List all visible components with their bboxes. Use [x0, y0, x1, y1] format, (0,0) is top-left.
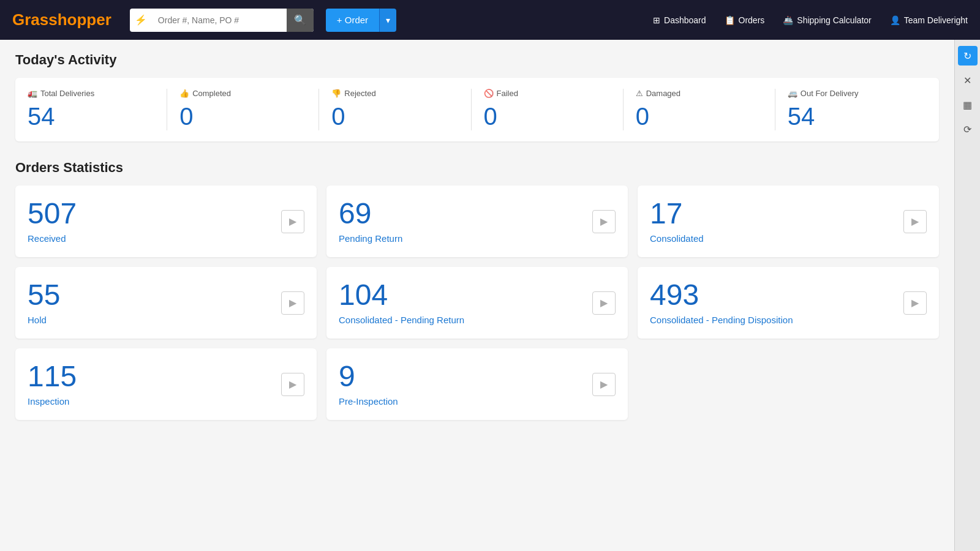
stat-number: 9: [339, 362, 398, 391]
damaged-icon: ⚠: [636, 89, 643, 98]
stat-label: Consolidated - Pending Return: [339, 315, 464, 325]
team-icon: 👤: [890, 15, 900, 25]
activity-section-title: Today's Activity: [15, 52, 939, 68]
stat-info: 115 Inspection: [28, 362, 77, 407]
stat-arrow-icon[interactable]: ▶: [903, 210, 927, 233]
stat-card-consolidated[interactable]: 17 Consolidated ▶: [638, 186, 939, 257]
stat-arrow-icon[interactable]: ▶: [592, 373, 616, 396]
rejected-icon: 👎: [331, 89, 341, 98]
stat-arrow-icon[interactable]: ▶: [592, 210, 616, 233]
order-button-group: + Order ▾: [326, 9, 396, 32]
stat-info: 507 Received: [28, 199, 77, 244]
activity-completed: 👍 Completed 0: [167, 89, 319, 130]
add-order-button[interactable]: + Order: [326, 9, 379, 32]
nav-orders[interactable]: 📋 Orders: [725, 15, 765, 25]
activity-damaged: ⚠ Damaged 0: [624, 89, 775, 130]
stat-arrow-icon[interactable]: ▶: [281, 291, 304, 315]
stat-arrow-icon[interactable]: ▶: [592, 291, 616, 315]
stat-arrow-icon[interactable]: ▶: [281, 373, 304, 396]
stat-arrow-icon[interactable]: ▶: [281, 210, 304, 233]
stat-card-received[interactable]: 507 Received ▶: [15, 186, 317, 257]
filter-icon[interactable]: ⚡: [130, 14, 152, 26]
stat-card-pre-inspection[interactable]: 9 Pre-Inspection ▶: [326, 348, 628, 420]
stat-info: 17 Consolidated: [650, 199, 704, 244]
search-input[interactable]: [152, 9, 287, 32]
orders-icon: 📋: [725, 15, 735, 25]
stat-number: 69: [339, 199, 402, 228]
stat-info: 104 Consolidated - Pending Return: [339, 280, 464, 325]
stat-label: Pre-Inspection: [339, 396, 398, 407]
logo: Grasshopper: [12, 10, 111, 29]
activity-card: 🚛 Total Deliveries 54 👍 Completed 0 👎 Re…: [15, 78, 939, 141]
shipping-icon: 🚢: [783, 15, 793, 25]
stat-number: 493: [650, 280, 793, 310]
history-sidebar-button[interactable]: ⟳: [958, 119, 978, 139]
header-nav: ⊞ Dashboard 📋 Orders 🚢 Shipping Calculat…: [653, 15, 968, 25]
stat-card-empty: [638, 348, 939, 420]
refresh-sidebar-button[interactable]: ↻: [958, 46, 978, 66]
completed-icon: 👍: [179, 89, 189, 98]
dashboard-icon: ⊞: [653, 15, 660, 25]
main-content: Today's Activity 🚛 Total Deliveries 54 👍…: [0, 40, 954, 551]
nav-team[interactable]: 👤 Team Deliveright: [890, 15, 968, 25]
stat-card-consolidated---pending-return[interactable]: 104 Consolidated - Pending Return ▶: [326, 267, 628, 339]
stat-label: Inspection: [28, 396, 77, 407]
truck-icon: 🚛: [28, 89, 37, 98]
stat-number: 104: [339, 280, 464, 310]
stat-number: 55: [28, 280, 60, 310]
delivery-icon: 🚐: [788, 89, 797, 98]
activity-rejected: 👎 Rejected 0: [319, 89, 471, 130]
stat-info: 9 Pre-Inspection: [339, 362, 398, 407]
stat-number: 17: [650, 199, 704, 228]
stat-card-inspection[interactable]: 115 Inspection ▶: [15, 348, 317, 420]
stat-info: 69 Pending Return: [339, 199, 402, 244]
stat-label: Pending Return: [339, 233, 402, 244]
search-button[interactable]: 🔍: [287, 9, 314, 32]
nav-dashboard[interactable]: ⊞ Dashboard: [653, 15, 706, 25]
failed-icon: 🚫: [484, 89, 494, 98]
stats-section-title: Orders Statistics: [15, 160, 939, 176]
activity-failed: 🚫 Failed 0: [472, 89, 624, 130]
stat-number: 115: [28, 362, 77, 391]
stat-label: Consolidated - Pending Disposition: [650, 315, 793, 325]
stat-card-hold[interactable]: 55 Hold ▶: [15, 267, 317, 339]
stat-info: 55 Hold: [28, 280, 60, 325]
order-dropdown-button[interactable]: ▾: [379, 9, 396, 32]
activity-out-for-delivery: 🚐 Out For Delivery 54: [775, 89, 927, 130]
stat-label: Hold: [28, 315, 60, 325]
sidebar-right: ↻ ✕ ▦ ⟳: [954, 40, 980, 551]
activity-total-deliveries: 🚛 Total Deliveries 54: [28, 89, 167, 130]
stat-arrow-icon[interactable]: ▶: [903, 291, 927, 315]
chart-sidebar-button[interactable]: ▦: [958, 95, 978, 114]
search-bar: ⚡ 🔍: [130, 9, 314, 32]
stat-label: Consolidated: [650, 233, 704, 244]
stat-card-consolidated---pending-disposition[interactable]: 493 Consolidated - Pending Disposition ▶: [638, 267, 939, 339]
stat-label: Received: [28, 233, 77, 244]
close-sidebar-button[interactable]: ✕: [958, 70, 978, 90]
stat-number: 507: [28, 199, 77, 228]
nav-shipping[interactable]: 🚢 Shipping Calculator: [783, 15, 871, 25]
stat-card-pending-return[interactable]: 69 Pending Return ▶: [326, 186, 628, 257]
stat-info: 493 Consolidated - Pending Disposition: [650, 280, 793, 325]
header: Grasshopper ⚡ 🔍 + Order ▾ ⊞ Dashboard 📋 …: [0, 0, 980, 40]
stats-grid: 507 Received ▶ 69 Pending Return ▶ 17 Co…: [15, 186, 939, 420]
